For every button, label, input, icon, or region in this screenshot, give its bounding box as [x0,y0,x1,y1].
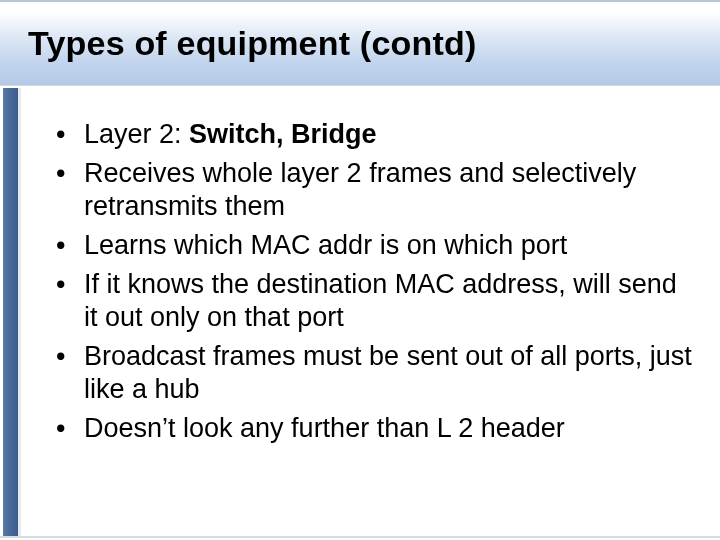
bullet-text: Doesn’t look any further than L 2 header [84,413,565,443]
vertical-accent-bar [3,88,19,536]
bullet-text: Learns which MAC addr is on which port [84,230,567,260]
bottom-divider [0,536,720,538]
title-band: Types of equipment (contd) [0,0,720,86]
bullet-text: Broadcast frames must be sent out of all… [84,341,692,404]
slide-body: Layer 2: Switch, Bridge Receives whole l… [48,118,692,450]
bullet-item: Doesn’t look any further than L 2 header [48,412,692,445]
bullet-text-bold: Switch, Bridge [189,119,377,149]
bullet-text: Receives whole layer 2 frames and select… [84,158,636,221]
bullet-item: Learns which MAC addr is on which port [48,229,692,262]
bullet-item: Receives whole layer 2 frames and select… [48,157,692,223]
bullet-item: Broadcast frames must be sent out of all… [48,340,692,406]
bullet-item: If it knows the destination MAC address,… [48,268,692,334]
bullet-list: Layer 2: Switch, Bridge Receives whole l… [48,118,692,444]
bullet-item: Layer 2: Switch, Bridge [48,118,692,151]
bullet-text-pre: Layer 2: [84,119,189,149]
slide-title: Types of equipment (contd) [28,24,476,63]
bullet-text: If it knows the destination MAC address,… [84,269,677,332]
